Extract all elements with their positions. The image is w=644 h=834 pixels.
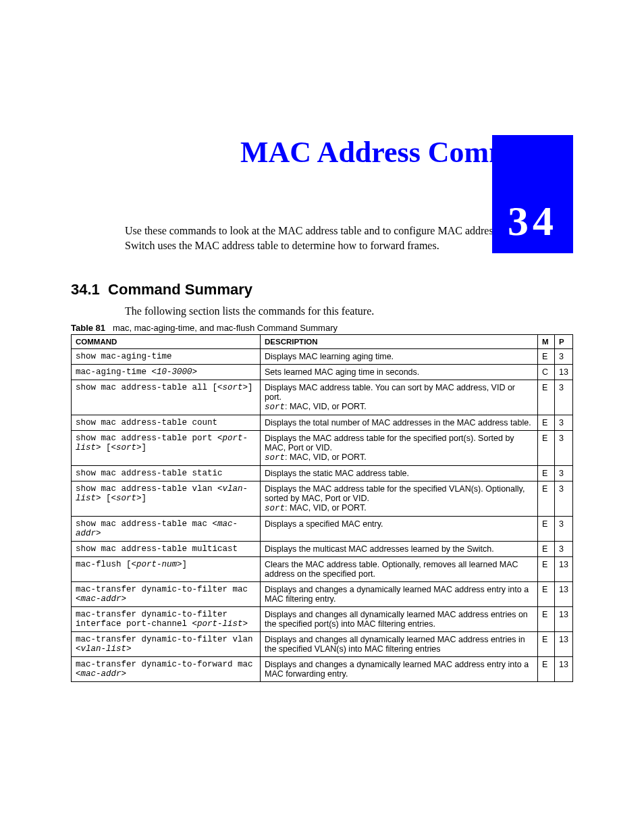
cell-m: E: [538, 581, 555, 606]
cell-p: 13: [555, 581, 573, 606]
cell-p: 3: [555, 541, 573, 556]
th-command: COMMAND: [72, 334, 261, 348]
cell-m: E: [538, 430, 555, 465]
cell-m: C: [538, 364, 555, 380]
cell-m: E: [538, 380, 555, 415]
table-row: mac-transfer dynamic-to-forward mac <mac…: [72, 656, 573, 681]
table-row: show mac-aging-timeDisplays MAC learning…: [72, 348, 573, 364]
table-row: show mac address-table port <port-list> …: [72, 430, 573, 465]
cell-command: show mac address-table static: [72, 465, 261, 481]
cell-command: mac-transfer dynamic-to-filter vlan <vla…: [72, 631, 261, 656]
cell-m: E: [538, 656, 555, 681]
cell-p: 3: [555, 415, 573, 430]
cell-m: E: [538, 481, 555, 516]
cell-p: 3: [555, 465, 573, 481]
chapter-number-badge: 34: [492, 135, 573, 253]
cell-description: Displays and changes all dynamically lea…: [261, 631, 538, 656]
section-intro: The following section lists the commands…: [125, 305, 573, 317]
cell-p: 3: [555, 516, 573, 541]
cell-p: 13: [555, 364, 573, 380]
cell-p: 3: [555, 481, 573, 516]
table-row: mac-transfer dynamic-to-filter vlan <vla…: [72, 631, 573, 656]
cell-p: 3: [555, 430, 573, 465]
cell-m: E: [538, 348, 555, 364]
cell-command: show mac address-table vlan <vlan-list> …: [72, 481, 261, 516]
cell-command: show mac address-table multicast: [72, 541, 261, 556]
table-row: show mac address-table staticDisplays th…: [72, 465, 573, 481]
cell-description: Displays MAC address table. You can sort…: [261, 380, 538, 415]
cell-command: show mac-aging-time: [72, 348, 261, 364]
cell-p: 13: [555, 606, 573, 631]
cell-description: Displays the MAC address table for the s…: [261, 430, 538, 465]
cell-m: E: [538, 556, 555, 581]
cell-command: show mac address-table all [<sort>]: [72, 380, 261, 415]
cell-command: mac-transfer dynamic-to-filter interface…: [72, 606, 261, 631]
table-row: mac-transfer dynamic-to-filter interface…: [72, 606, 573, 631]
cell-m: E: [538, 606, 555, 631]
cell-m: E: [538, 541, 555, 556]
table-row: show mac address-table all [<sort>]Displ…: [72, 380, 573, 415]
cell-p: 3: [555, 380, 573, 415]
cell-m: E: [538, 415, 555, 430]
cell-command: show mac address-table port <port-list> …: [72, 430, 261, 465]
table-row: show mac address-table mac <mac-addr>Dis…: [72, 516, 573, 541]
cell-command: mac-aging-time <10-3000>: [72, 364, 261, 380]
table-row: show mac address-table multicastDisplays…: [72, 541, 573, 556]
section-title: Command Summary: [108, 281, 252, 298]
cell-command: show mac address-table count: [72, 415, 261, 430]
cell-p: 13: [555, 656, 573, 681]
cell-m: E: [538, 465, 555, 481]
table-header-row: COMMAND DESCRIPTION M P: [72, 334, 573, 348]
cell-m: E: [538, 516, 555, 541]
th-m: M: [538, 334, 555, 348]
table-row: show mac address-table countDisplays the…: [72, 415, 573, 430]
section-number: 34.1: [71, 281, 100, 298]
command-summary-table: COMMAND DESCRIPTION M P show mac-aging-t…: [71, 334, 573, 682]
cell-description: Displays MAC learning aging time.: [261, 348, 538, 364]
table-caption-text: mac, mac-aging-time, and mac-flush Comma…: [113, 323, 338, 333]
th-description: DESCRIPTION: [261, 334, 538, 348]
cell-m: E: [538, 631, 555, 656]
cell-description: Displays the multicast MAC addresses lea…: [261, 541, 538, 556]
cell-command: show mac address-table mac <mac-addr>: [72, 516, 261, 541]
cell-command: mac-transfer dynamic-to-forward mac <mac…: [72, 656, 261, 681]
cell-p: 13: [555, 631, 573, 656]
cell-p: 13: [555, 556, 573, 581]
table-row: mac-flush [<port-num>]Clears the MAC add…: [72, 556, 573, 581]
table-caption-label: Table 81: [71, 323, 105, 333]
table-row: show mac address-table vlan <vlan-list> …: [72, 481, 573, 516]
cell-description: Displays the MAC address table for the s…: [261, 481, 538, 516]
table-caption: Table 81 mac, mac-aging-time, and mac-fl…: [71, 323, 573, 333]
th-p: P: [555, 334, 573, 348]
table-row: mac-transfer dynamic-to-filter mac <mac-…: [72, 581, 573, 606]
cell-command: mac-flush [<port-num>]: [72, 556, 261, 581]
section-heading: 34.1 Command Summary: [71, 281, 573, 298]
cell-description: Sets learned MAC aging time in seconds.: [261, 364, 538, 380]
cell-description: Displays the total number of MAC address…: [261, 415, 538, 430]
cell-description: Displays and changes a dynamically learn…: [261, 581, 538, 606]
cell-p: 3: [555, 348, 573, 364]
cell-description: Displays and changes a dynamically learn…: [261, 656, 538, 681]
cell-description: Displays the static MAC address table.: [261, 465, 538, 481]
table-row: mac-aging-time <10-3000>Sets learned MAC…: [72, 364, 573, 380]
cell-command: mac-transfer dynamic-to-filter mac <mac-…: [72, 581, 261, 606]
cell-description: Displays and changes all dynamically lea…: [261, 606, 538, 631]
cell-description: Clears the MAC address table. Optionally…: [261, 556, 538, 581]
cell-description: Displays a specified MAC entry.: [261, 516, 538, 541]
